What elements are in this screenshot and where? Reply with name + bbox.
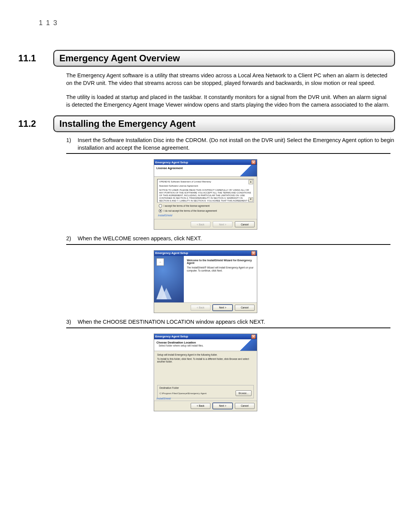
radio-icon <box>159 204 162 208</box>
section-title: Installing the Emergency Agent <box>59 118 389 129</box>
page-number: 1 1 3 <box>39 19 395 27</box>
section-11-2-row: 11.2 Installing the Emergency Agent <box>16 115 395 132</box>
overview-p2: The utility is loaded at startup and pla… <box>66 94 391 109</box>
wizard-right-panel: Welcome to the InstallShield Wizard for … <box>184 256 257 302</box>
section-11-1-row: 11.1 Emergency Agent Overview <box>16 50 395 67</box>
license-line1: OPENEYE Software Statement of Limited Wa… <box>159 181 252 183</box>
license-line2: Standard Software License Agreement <box>159 185 252 187</box>
license-body: NOTICE TO USER: PLEASE READ THIS CONTRAC… <box>159 189 252 203</box>
next-button[interactable]: Next > <box>213 403 233 409</box>
dest-line1: Setup will install Emergency Agent in th… <box>157 353 254 356</box>
dialog-header: Choose Destination Location Select folde… <box>154 339 257 351</box>
divider <box>66 244 390 245</box>
header-art <box>240 339 257 351</box>
triangles-icon <box>156 273 181 300</box>
next-button[interactable]: Next > <box>213 305 233 311</box>
section-number: 11.2 <box>16 115 53 132</box>
overview-text: The Emergency Agent software is a utilit… <box>66 72 391 109</box>
license-textbox[interactable]: OPENEYE Software Statement of Limited Wa… <box>157 179 254 203</box>
step-3: 3) When the CHOOSE DESTINATION LOCATION … <box>66 318 395 326</box>
dialog-buttons: < Back Next > Cancel <box>154 401 257 411</box>
section-title: Emergency Agent Overview <box>59 53 389 64</box>
dialog-titlebar: Emergency Agent Setup × <box>154 334 257 339</box>
section-title-box: Installing the Emergency Agent <box>53 115 395 132</box>
back-button: < Back <box>191 221 210 227</box>
radio-decline-label: I do not accept the terms of the license… <box>164 209 217 212</box>
dest-line2: To install to this folder, click Next. T… <box>157 358 254 363</box>
welcome-title: Welcome to the InstallShield Wizard for … <box>187 259 254 264</box>
license-dialog: Emergency Agent Setup × License Agreemen… <box>154 159 257 230</box>
overview-p1: The Emergency Agent software is a utilit… <box>66 72 391 87</box>
dialog-buttons: < Back Next > Cancel <box>154 219 257 229</box>
back-button: < Back <box>191 305 210 311</box>
radio-icon <box>159 209 162 212</box>
close-icon[interactable]: × <box>251 160 256 165</box>
scroll-down-icon[interactable]: ▼ <box>249 197 253 202</box>
cancel-button[interactable]: Cancel <box>235 305 255 311</box>
step-2: 2) When the WELCOME screen appears, clic… <box>66 235 395 243</box>
dialog-body: OPENEYE Software Statement of Limited Wa… <box>154 177 257 219</box>
welcome-text: The InstallShield® Wizard will install E… <box>187 266 254 272</box>
step-text: When the CHOOSE DESTINATION LOCATION win… <box>78 318 395 326</box>
divider <box>66 328 390 328</box>
brand-label: InstallShield <box>158 214 254 217</box>
dialog-title: Emergency Agent Setup <box>155 251 188 255</box>
destination-folder-group: Destination Folder C:\Program Files\Open… <box>157 385 254 398</box>
close-icon[interactable]: × <box>251 334 256 339</box>
destination-dialog: Emergency Agent Setup × Choose Destinati… <box>154 334 257 411</box>
dialog-title: Emergency Agent Setup <box>155 335 188 338</box>
step-number: 1) <box>66 137 78 152</box>
section-number: 11.1 <box>16 50 53 67</box>
radio-accept[interactable]: I accept the terms of the license agreem… <box>159 204 254 208</box>
destination-folder-label: Destination Folder <box>159 387 252 389</box>
step-text: Insert the Software Installation Disc in… <box>78 137 395 152</box>
next-button: Next > <box>213 221 233 227</box>
cancel-button[interactable]: Cancel <box>235 403 255 409</box>
wizard-side-art: ⌂ <box>154 256 184 302</box>
step-number: 3) <box>66 318 78 326</box>
step-number: 2) <box>66 235 78 243</box>
destination-path: C:\Program Files\Openeye\Emergency Agent <box>159 392 207 395</box>
dialog-body: Setup will install Emergency Agent in th… <box>154 351 257 401</box>
radio-accept-label: I accept the terms of the license agreem… <box>164 204 210 207</box>
section-title-box: Emergency Agent Overview <box>53 50 395 67</box>
dialog-titlebar: Emergency Agent Setup × <box>154 251 257 256</box>
back-button[interactable]: < Back <box>191 403 210 409</box>
header-art <box>240 165 257 176</box>
dialog-buttons: < Back Next > Cancel <box>154 302 257 313</box>
welcome-dialog: Emergency Agent Setup × ⌂ Welcome to the… <box>154 250 257 313</box>
step-text: When the WELCOME screen appears, click N… <box>78 235 395 243</box>
dialog-title: Emergency Agent Setup <box>155 161 188 164</box>
browse-button[interactable]: Browse... <box>236 390 252 396</box>
cancel-button[interactable]: Cancel <box>235 221 255 227</box>
brand-label: InstallShield <box>156 397 171 400</box>
step-1: 1) Insert the Software Installation Disc… <box>66 137 395 152</box>
divider <box>66 153 390 154</box>
radio-decline[interactable]: I do not accept the terms of the license… <box>159 209 254 212</box>
scroll-up-icon[interactable]: ▲ <box>249 180 253 184</box>
dialog-header: License Agreement <box>154 165 257 177</box>
disk-icon: ⌂ <box>156 258 164 266</box>
dialog-titlebar: Emergency Agent Setup × <box>154 160 257 165</box>
close-icon[interactable]: × <box>251 251 256 256</box>
